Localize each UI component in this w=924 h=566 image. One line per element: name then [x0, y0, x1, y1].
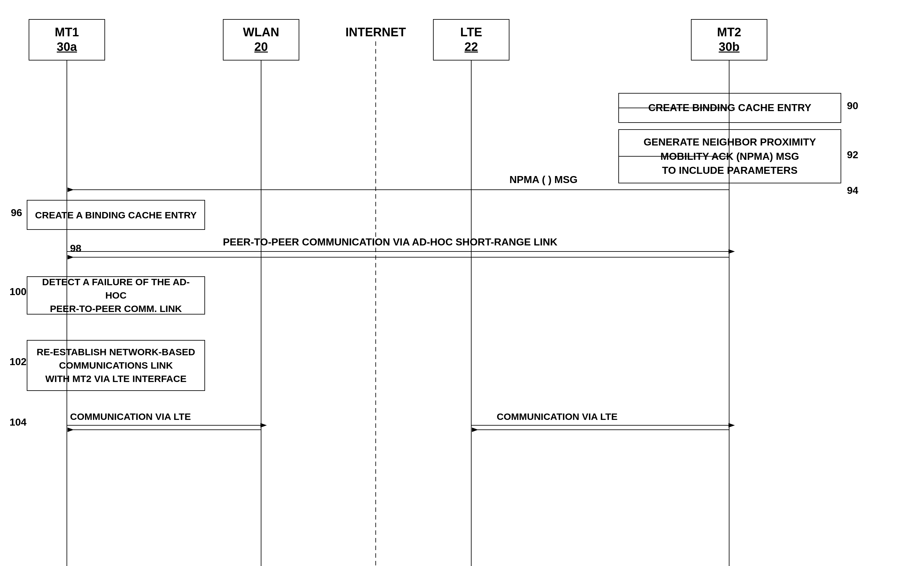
entity-lte: LTE 22 — [433, 19, 510, 60]
ref-104: 104 — [9, 416, 26, 428]
entity-lte-sublabel: 22 — [465, 40, 478, 54]
box-92-label: GENERATE NEIGHBOR PROXIMITYMOBILITY ACK … — [644, 135, 816, 178]
box-create-binding-cache-96: CREATE A BINDING CACHE ENTRY — [27, 200, 205, 230]
label-comm-lte-left: COMMUNICATION VIA LTE — [70, 411, 191, 422]
box-create-binding-cache-90: CREATE BINDING CACHE ENTRY — [618, 93, 841, 123]
entity-mt1-label: MT1 — [55, 25, 79, 40]
box-90-label: CREATE BINDING CACHE ENTRY — [648, 101, 811, 115]
entity-wlan-label: WLAN — [243, 25, 279, 40]
entity-mt2-label: MT2 — [717, 25, 741, 40]
ref-100: 100 — [9, 286, 26, 298]
entity-mt1-sublabel: 30a — [57, 40, 77, 54]
box-96-label: CREATE A BINDING CACHE ENTRY — [35, 209, 197, 221]
ref-90: 90 — [847, 100, 858, 112]
label-p2p: PEER-TO-PEER COMMUNICATION VIA AD-HOC SH… — [223, 236, 558, 248]
ref-102: 102 — [9, 356, 26, 368]
ref-94: 94 — [847, 185, 858, 196]
entity-wlan-sublabel: 20 — [254, 40, 268, 54]
box-detect-failure-100: DETECT A FAILURE OF THE AD-HOCPEER-TO-PE… — [27, 276, 205, 314]
label-npma-msg: NPMA ( ) MSG — [510, 174, 578, 186]
entity-mt2: MT2 30b — [691, 19, 767, 60]
ref-98: 98 — [70, 243, 81, 255]
box-reestablish-102: RE-ESTABLISH NETWORK-BASEDCOMMUNICATIONS… — [27, 340, 205, 391]
entity-lte-label: LTE — [460, 25, 482, 40]
box-100-label: DETECT A FAILURE OF THE AD-HOCPEER-TO-PE… — [32, 276, 200, 316]
entity-internet-label: INTERNET — [344, 25, 408, 39]
box-102-label: RE-ESTABLISH NETWORK-BASEDCOMMUNICATIONS… — [37, 345, 195, 385]
label-comm-lte-right: COMMUNICATION VIA LTE — [497, 411, 617, 422]
diagram: MT1 30a WLAN 20 INTERNET LTE 22 MT2 30b … — [0, 0, 924, 566]
entity-mt2-sublabel: 30b — [718, 40, 740, 54]
ref-92: 92 — [847, 149, 858, 161]
entity-mt1: MT1 30a — [28, 19, 105, 60]
ref-96: 96 — [11, 207, 22, 219]
entity-wlan: WLAN 20 — [223, 19, 299, 60]
box-generate-npma-92: GENERATE NEIGHBOR PROXIMITYMOBILITY ACK … — [618, 129, 841, 183]
